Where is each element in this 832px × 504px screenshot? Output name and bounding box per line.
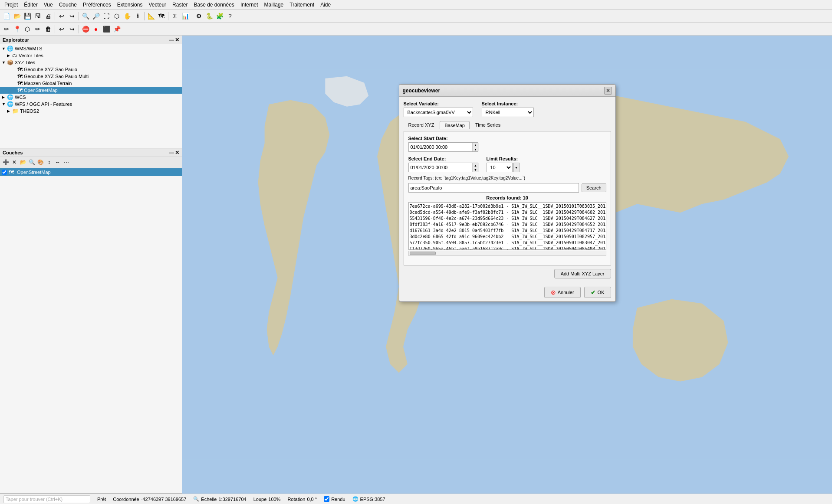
menu-editer[interactable]: Éditer [21, 1, 40, 9]
delete-btn[interactable]: 🗑 [43, 24, 53, 34]
couches-theme-btn[interactable]: 🎨 [36, 158, 44, 166]
h-scroll-track[interactable] [408, 251, 606, 256]
tree-wms-wmts[interactable]: ▼ 🌐 WMS/WMTS [0, 45, 182, 52]
couches-add-btn[interactable]: ➕ [2, 158, 10, 166]
start-date-input[interactable] [409, 143, 472, 151]
settings-btn[interactable]: ⚙ [194, 11, 204, 21]
variable-select[interactable]: BackscatterSigma0VV [404, 108, 473, 117]
h-scroll-thumb[interactable] [410, 252, 436, 255]
map-area[interactable]: geocubeviewer ✕ Select Variable: Backsca… [182, 36, 832, 494]
limit-select[interactable]: 10 [487, 163, 513, 172]
cancel-btn[interactable]: ⊗ Annuler [544, 287, 581, 298]
anchor-btn[interactable]: 📌 [112, 24, 122, 34]
zoom-layer-btn[interactable]: ⬡ [112, 11, 122, 21]
menu-projet[interactable]: Projet [2, 1, 20, 9]
menu-vecteur[interactable]: Vecteur [146, 1, 169, 9]
couche-osm[interactable]: 🗺 OpenStreetMap [0, 168, 182, 176]
menu-extensions[interactable]: Extensions [115, 1, 145, 9]
couches-more-btn[interactable]: ⋯ [62, 158, 70, 166]
undo2-btn[interactable]: ↩ [57, 24, 66, 34]
couches-open-btn[interactable]: 📂 [19, 158, 27, 166]
menu-couche[interactable]: Couche [56, 1, 79, 9]
start-date-input-wrap[interactable]: ▲ ▼ [408, 142, 478, 152]
tree-osm[interactable]: 🗺 OpenStreetMap [0, 87, 182, 94]
records-scroll[interactable]: 7ea672ca-a699-43d8-a282-17b002d3b9e1 - S… [408, 202, 606, 250]
render-checkbox[interactable] [324, 496, 329, 502]
help-btn[interactable]: ? [225, 11, 235, 21]
plugin-btn[interactable]: 🧩 [215, 11, 224, 21]
explorer-minimize-icon[interactable]: — [169, 37, 174, 43]
undo-btn[interactable]: ↩ [57, 11, 66, 21]
tree-wcs[interactable]: ▶ 🌐 WCS [0, 94, 182, 101]
end-date-input[interactable] [409, 163, 472, 172]
python-btn[interactable]: 🐍 [204, 11, 214, 21]
tree-theos2[interactable]: ▶ 📁 THEOS2 [0, 108, 182, 115]
stop-btn[interactable]: ⛔ [81, 24, 90, 34]
save-as-btn[interactable]: 🖫 [33, 11, 43, 21]
redo2-btn[interactable]: ↪ [67, 24, 77, 34]
zoom-in-btn[interactable]: 🔍 [81, 11, 90, 21]
start-date-down-btn[interactable]: ▼ [473, 147, 479, 151]
tags-input[interactable] [408, 183, 579, 193]
zoom-out-btn[interactable]: 🔎 [91, 11, 101, 21]
pan-btn[interactable]: ✋ [122, 11, 132, 21]
edit-btn[interactable]: ✏ [2, 24, 11, 34]
couche-osm-checkbox[interactable] [2, 170, 7, 175]
status-search[interactable]: Taper pour trouver (Ctrl+K) [3, 495, 90, 503]
couches-expand-btn[interactable]: ↕ [45, 158, 53, 166]
menu-aide[interactable]: Aide [318, 1, 333, 9]
search-button[interactable]: Search [582, 183, 606, 192]
calc-btn[interactable]: Σ [170, 11, 180, 21]
couches-filter-btn[interactable]: 🔍 [28, 158, 36, 166]
couches-minimize-icon[interactable]: — [169, 150, 174, 156]
tab-record-xyz[interactable]: Record XYZ [404, 121, 439, 129]
instance-select[interactable]: RNKell [482, 108, 534, 117]
end-date-down-btn[interactable]: ▼ [473, 167, 479, 172]
end-date-up-btn[interactable]: ▲ [473, 163, 479, 167]
menu-traitement[interactable]: Traitement [287, 1, 317, 9]
add-layer-btn[interactable]: Add Multi XYZ Layer [554, 269, 611, 278]
limit-dropdown-btn[interactable]: ▼ [513, 163, 520, 172]
tab-time-series[interactable]: Time Series [470, 121, 505, 129]
tree-wfs[interactable]: ▼ 🌐 WFS / OGC API - Features [0, 101, 182, 108]
menu-preferences[interactable]: Préférences [80, 1, 114, 9]
menu-internet[interactable]: Internet [238, 1, 261, 9]
open-project-btn[interactable]: 📂 [12, 11, 22, 21]
identify-btn[interactable]: ℹ [133, 11, 142, 21]
end-date-input-wrap[interactable]: ▲ ▼ [408, 163, 478, 172]
couches-remove-btn[interactable]: ✕ [10, 158, 18, 166]
scale-label: Échelle [201, 497, 217, 502]
map-tips-btn[interactable]: 🗺 [157, 11, 166, 21]
tab-basemap[interactable]: BaseMap [440, 121, 469, 129]
save-btn[interactable]: 💾 [23, 11, 32, 21]
snap-btn[interactable]: ⬛ [102, 24, 111, 34]
couches-close-icon[interactable]: ✕ [175, 150, 179, 156]
tree-geocube-spm[interactable]: 🗺 Geocube XYZ Sao Paulo Multi [0, 73, 182, 80]
modify-btn[interactable]: ✏ [33, 24, 43, 34]
new-project-btn[interactable]: 📄 [2, 11, 11, 21]
status-epsg-item[interactable]: 🌐 EPSG:3857 [352, 496, 385, 502]
digitize-btn[interactable]: 📍 [12, 24, 22, 34]
explorer-tree[interactable]: ▼ 🌐 WMS/WMTS ▶ 🗂 Vector Tiles ▼ 📦 XYZ Ti… [0, 44, 182, 148]
h-scroll-area[interactable] [408, 251, 606, 256]
couches-collapse-btn[interactable]: ↔ [54, 158, 62, 166]
start-date-up-btn[interactable]: ▲ [473, 143, 479, 147]
menu-vue[interactable]: Vue [41, 1, 56, 9]
tree-mapzen[interactable]: 🗺 Mapzen Global Terrain [0, 80, 182, 87]
stats-btn[interactable]: 📊 [181, 11, 190, 21]
menu-bdd[interactable]: Base de données [191, 1, 237, 9]
error-btn[interactable]: ● [91, 24, 101, 34]
zoom-full-btn[interactable]: ⛶ [102, 11, 111, 21]
menu-maillage[interactable]: Maillage [262, 1, 286, 9]
dialog-close-btn[interactable]: ✕ [604, 87, 612, 95]
print-btn[interactable]: 🖨 [43, 11, 53, 21]
redo-btn[interactable]: ↪ [67, 11, 77, 21]
ok-btn[interactable]: ✔ OK [584, 287, 611, 298]
tree-vector-tiles[interactable]: ▶ 🗂 Vector Tiles [0, 52, 182, 59]
measure-btn[interactable]: 📐 [146, 11, 156, 21]
explorer-close-icon[interactable]: ✕ [175, 37, 179, 43]
menu-raster[interactable]: Raster [170, 1, 190, 9]
tree-geocube-sp[interactable]: 🗺 Geocube XYZ Sao Paulo [0, 66, 182, 73]
add-polygon-btn[interactable]: ⬡ [23, 24, 32, 34]
tree-xyz-tiles[interactable]: ▼ 📦 XYZ Tiles [0, 59, 182, 66]
